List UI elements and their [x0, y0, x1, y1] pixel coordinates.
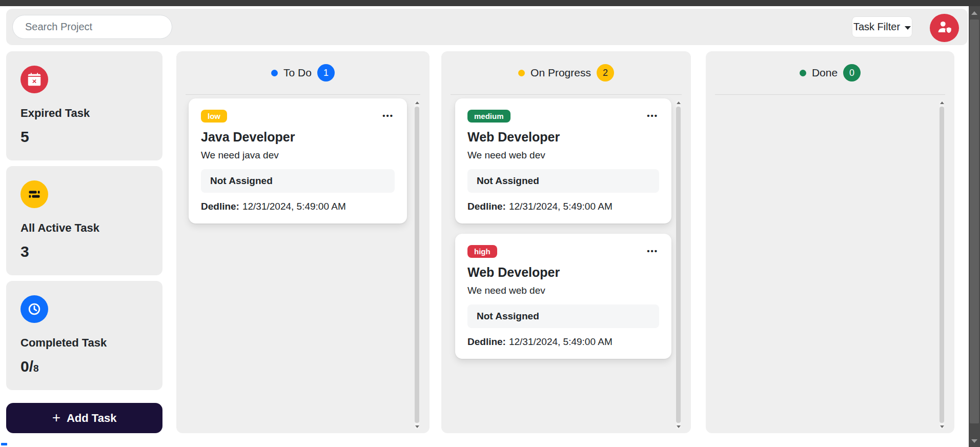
all-active-task-label: All Active Task	[21, 221, 148, 235]
deadline-label: Dedline:	[467, 201, 506, 212]
completed-task-card: Completed Task 0/8	[6, 281, 162, 390]
column-on-progress-title: On Progress	[530, 67, 591, 79]
column-done: Done 0	[706, 51, 954, 433]
card-deadline: Dedline:12/31/2024, 5:49:00 AM	[201, 201, 395, 212]
column-todo: To Do 1 low ••• Java Developer We need j…	[176, 51, 430, 433]
column-done-scrollbar[interactable]	[940, 100, 944, 429]
assignee-box: Not Assigned	[201, 169, 395, 193]
card-title: Web Developer	[467, 265, 659, 280]
all-active-task-value: 3	[21, 243, 148, 260]
scrollbar-thumb[interactable]	[940, 107, 944, 423]
chevron-down-icon	[905, 26, 911, 30]
scroll-up-arrow-icon[interactable]	[940, 101, 944, 104]
scroll-down-arrow-icon[interactable]	[971, 439, 977, 443]
person-shield-icon	[937, 19, 952, 36]
deadline-value: 12/31/2024, 5:49:00 AM	[242, 201, 346, 212]
column-on-progress-header: On Progress 2	[451, 51, 682, 95]
card-deadline: Dedline:12/31/2024, 5:49:00 AM	[467, 201, 659, 212]
card-menu-icon[interactable]: •••	[646, 245, 659, 257]
completed-count: 0/	[21, 358, 33, 375]
deadline-label: Dedline:	[467, 336, 506, 347]
on-progress-dot-icon	[518, 70, 525, 76]
column-todo-scrollbar[interactable]	[415, 100, 419, 429]
add-task-label: Add Task	[67, 412, 116, 425]
task-card[interactable]: high ••• Web Developer We need web dev N…	[455, 234, 671, 359]
scroll-down-arrow-icon[interactable]	[415, 425, 419, 428]
deadline-label: Dedline:	[201, 201, 239, 212]
column-todo-title: To Do	[283, 67, 312, 79]
task-card[interactable]: medium ••• Web Developer We need web dev…	[455, 98, 671, 223]
page-scrollbar[interactable]	[969, 0, 980, 447]
card-deadline: Dedline:12/31/2024, 5:49:00 AM	[467, 336, 659, 348]
column-done-title: Done	[812, 67, 838, 79]
search-project-field[interactable]	[12, 15, 172, 39]
task-filter-label: Task Filter	[853, 21, 900, 33]
column-on-progress-count-badge: 2	[597, 64, 614, 82]
page-scrollbar-thumb[interactable]	[970, 19, 979, 423]
scroll-up-arrow-icon[interactable]	[677, 101, 681, 104]
done-dot-icon	[800, 70, 806, 76]
expired-task-card: Expired Task 5	[6, 51, 162, 160]
completed-total: 8	[33, 363, 39, 374]
scrollbar-thumb[interactable]	[415, 107, 419, 423]
column-todo-header: To Do 1	[186, 51, 420, 95]
expired-task-label: Expired Task	[21, 107, 148, 120]
todo-dot-icon	[271, 70, 278, 76]
list-task-icon	[21, 180, 48, 208]
column-done-header: Done 0	[715, 51, 945, 95]
deadline-value: 12/31/2024, 5:49:00 AM	[509, 201, 612, 212]
completed-task-label: Completed Task	[21, 336, 148, 350]
priority-badge: medium	[467, 110, 511, 123]
scroll-down-arrow-icon[interactable]	[677, 425, 681, 428]
scroll-up-arrow-icon[interactable]	[415, 101, 419, 104]
search-input[interactable]	[25, 21, 159, 33]
priority-badge: low	[201, 110, 227, 123]
deadline-value: 12/31/2024, 5:49:00 AM	[509, 336, 612, 347]
task-card[interactable]: low ••• Java Developer We need java dev …	[189, 98, 407, 223]
column-done-count-badge: 0	[843, 64, 861, 82]
browser-top-strip	[0, 0, 980, 6]
top-toolbar: Task Filter	[6, 9, 968, 45]
assignee-box: Not Assigned	[467, 169, 659, 193]
clipped-text-fragment	[1, 443, 7, 445]
card-menu-icon[interactable]: •••	[381, 110, 395, 121]
column-on-progress-scrollbar[interactable]	[676, 100, 681, 429]
scroll-up-arrow-icon[interactable]	[971, 11, 977, 15]
add-task-button[interactable]: + Add Task	[6, 403, 162, 433]
expired-task-value: 5	[21, 128, 148, 146]
column-todo-count-badge: 1	[317, 64, 335, 82]
card-menu-icon[interactable]: •••	[646, 110, 659, 121]
calendar-x-icon	[21, 66, 48, 93]
clock-icon	[21, 295, 48, 323]
all-active-task-card: All Active Task 3	[6, 166, 162, 275]
card-title: Java Developer	[201, 130, 395, 145]
task-filter-dropdown[interactable]: Task Filter	[852, 16, 912, 37]
user-account-button[interactable]	[930, 14, 959, 42]
assignee-box: Not Assigned	[467, 304, 659, 328]
scroll-down-arrow-icon[interactable]	[940, 425, 944, 428]
card-description: We need web dev	[467, 150, 659, 161]
completed-task-value: 0/8	[21, 358, 148, 375]
column-on-progress: On Progress 2 medium ••• Web Developer W…	[441, 51, 691, 433]
scrollbar-thumb[interactable]	[676, 107, 681, 423]
card-description: We need java dev	[201, 150, 395, 161]
card-description: We need web dev	[467, 285, 659, 296]
card-title: Web Developer	[467, 130, 659, 145]
plus-icon: +	[52, 411, 60, 425]
priority-badge: high	[467, 245, 497, 258]
